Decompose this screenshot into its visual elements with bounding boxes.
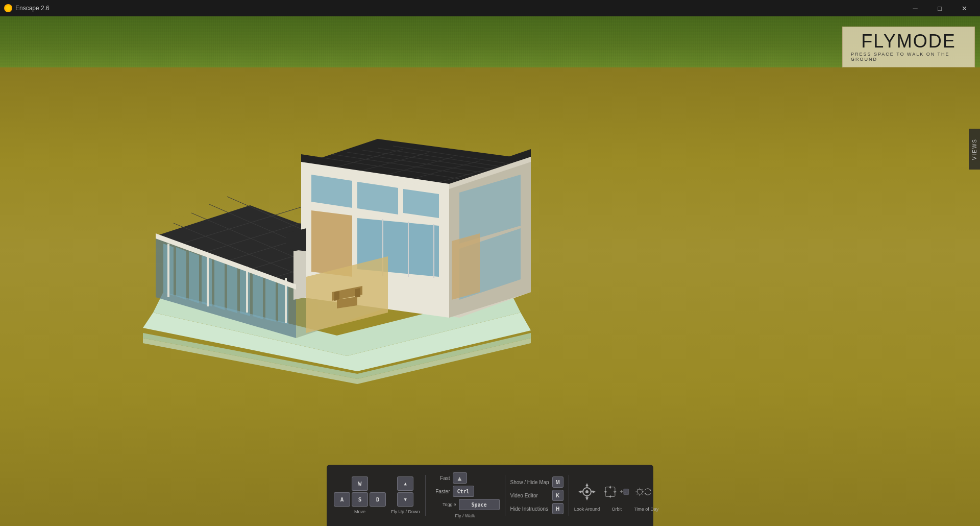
viewport: FLYMODE PRESS SPACE TO WALK ON THE GROUN… (0, 16, 980, 526)
svg-marker-78 (609, 486, 611, 488)
svg-text:⇧: ⇧ (624, 491, 626, 494)
fast-label: Fast (431, 475, 450, 481)
close-button[interactable]: ✕ (952, 0, 976, 16)
svg-point-89 (638, 489, 643, 494)
fast-row: Fast ▲ (431, 472, 500, 484)
toggle-label: Toggle (431, 502, 456, 507)
svg-point-68 (585, 490, 589, 493)
ctrl-key: Ctrl (453, 486, 474, 497)
svg-marker-75 (593, 490, 596, 493)
look-around-icon (574, 479, 600, 505)
fly-up-down-label: Fly Up / Down (391, 509, 420, 514)
orbit-label: Orbit (611, 507, 622, 512)
svg-marker-17 (189, 251, 199, 303)
minimize-button[interactable]: ─ (903, 0, 927, 16)
fast-key: ▲ (453, 472, 467, 484)
key-w: W (352, 476, 368, 491)
key-d: D (370, 492, 386, 507)
look-around-group: Look Around (574, 479, 600, 512)
space-key: Space (459, 499, 500, 510)
time-of-day-label: Time of Day (634, 507, 658, 512)
key-s: S (352, 492, 368, 507)
hide-instructions-key: H (552, 503, 564, 514)
hud-panel: W A S D Move ▲ ▼ Fly Up / Down Fast ▲ (327, 465, 653, 526)
svg-marker-19 (214, 259, 225, 310)
titlebar-controls: ─ □ ✕ (903, 0, 976, 16)
flymode-subtitle: PRESS SPACE TO WALK ON THE GROUND (851, 52, 966, 62)
svg-marker-80 (609, 496, 611, 498)
svg-marker-71 (585, 497, 589, 500)
app-icon (4, 4, 12, 12)
svg-marker-60 (355, 288, 360, 298)
fly-walk-label: Fly / Walk (431, 513, 500, 518)
video-editor-label: Video Editor (510, 493, 538, 498)
svg-marker-22 (253, 272, 263, 319)
views-tab-label: VIEWS (972, 138, 977, 160)
svg-line-97 (637, 494, 638, 495)
svg-marker-59 (334, 291, 339, 301)
speed-section: Fast ▲ Faster Ctrl Toggle Space Fly / Wa… (431, 472, 500, 518)
titlebar-title: Enscape 2.6 (15, 5, 50, 12)
fly-text: FLY (861, 31, 896, 52)
orbit-icon: + ⇧ (604, 479, 629, 505)
divider-2 (505, 475, 505, 516)
map-section: Show / Hide Map M Video Editor K Hide In… (510, 476, 564, 514)
titlebar: Enscape 2.6 ─ □ ✕ (0, 0, 980, 16)
svg-marker-20 (227, 264, 237, 313)
divider-3 (569, 475, 569, 516)
svg-marker-25 (167, 244, 169, 297)
faster-label: Faster (431, 489, 450, 494)
show-hide-map-label: Show / Hide Map (510, 480, 549, 485)
video-editor-row: Video Editor K (510, 490, 564, 501)
wasd-bottom-row: A S D (334, 492, 386, 507)
building-svg (112, 98, 572, 394)
toggle-row: Toggle Space (431, 499, 500, 510)
mode-text: MODE (897, 31, 956, 52)
time-of-day-group: Time of Day (633, 479, 659, 512)
svg-marker-26 (207, 255, 209, 306)
svg-marker-73 (578, 490, 581, 493)
hide-instructions-label: Hide Instructions (510, 506, 548, 512)
updown-keys-section: ▲ ▼ Fly Up / Down (391, 476, 420, 514)
views-tab[interactable]: VIEWS (969, 129, 980, 170)
svg-marker-62 (293, 249, 306, 300)
time-of-day-icon (633, 479, 659, 505)
wasd-top-row: W (352, 476, 368, 491)
divider-1 (425, 475, 426, 516)
svg-line-95 (642, 494, 643, 495)
look-around-label: Look Around (574, 507, 600, 512)
move-label: Move (354, 509, 365, 514)
svg-line-96 (642, 489, 643, 490)
svg-marker-27 (246, 267, 248, 313)
flymode-title: FLYMODE (861, 32, 955, 51)
orbit-group: + ⇧ Orbit (604, 479, 629, 512)
svg-marker-47 (403, 189, 439, 218)
show-hide-map-row: Show / Hide Map M (510, 476, 564, 488)
svg-line-94 (637, 489, 638, 490)
building-wrap (112, 98, 572, 394)
svg-marker-56 (452, 233, 480, 300)
hide-instructions-row: Hide Instructions H (510, 503, 564, 514)
svg-marker-23 (265, 276, 276, 322)
svg-text:+: + (620, 488, 623, 494)
show-hide-map-key: M (552, 476, 564, 488)
nav-icons-section: Look Around (574, 479, 659, 512)
key-up: ▲ (397, 476, 413, 491)
svg-marker-84 (615, 491, 617, 493)
svg-marker-21 (240, 268, 250, 316)
svg-marker-99 (645, 492, 646, 494)
svg-marker-69 (585, 483, 589, 486)
key-a: A (334, 492, 350, 507)
flymode-overlay: FLYMODE PRESS SPACE TO WALK ON THE GROUN… (842, 27, 975, 67)
key-down: ▼ (397, 492, 413, 507)
maximize-button[interactable]: □ (928, 0, 951, 16)
svg-marker-82 (604, 491, 606, 493)
svg-marker-16 (176, 247, 186, 300)
wasd-keys-section: W A S D Move (334, 476, 386, 514)
titlebar-left: Enscape 2.6 (4, 4, 50, 12)
video-editor-key: K (552, 490, 564, 501)
up-row: ▲ (397, 476, 413, 491)
down-row: ▼ (397, 492, 413, 507)
faster-row: Faster Ctrl (431, 486, 500, 497)
